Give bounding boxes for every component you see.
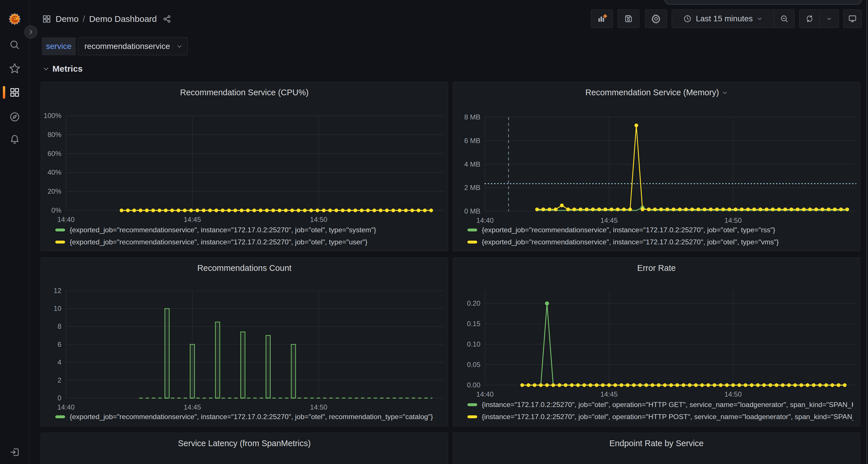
gear-icon bbox=[651, 13, 661, 24]
legend-label: {exported_job="recommendationservice", i… bbox=[70, 226, 376, 234]
svg-text:14:50: 14:50 bbox=[310, 216, 328, 223]
refresh-interval-dropdown[interactable] bbox=[819, 10, 839, 28]
svg-text:14:40: 14:40 bbox=[57, 216, 74, 223]
grafana-dashboard: Demo / Demo Dashboard bbox=[0, 0, 868, 464]
add-panel-button[interactable] bbox=[591, 9, 613, 28]
svg-text:8: 8 bbox=[58, 322, 61, 330]
row-metrics[interactable]: Metrics bbox=[42, 64, 83, 74]
grafana-logo[interactable] bbox=[0, 10, 29, 28]
svg-text:4 MB: 4 MB bbox=[464, 160, 480, 168]
grafana-logo-icon bbox=[8, 12, 21, 26]
svg-text:14:40: 14:40 bbox=[57, 403, 74, 411]
svg-text:80%: 80% bbox=[48, 131, 61, 138]
panel-error-rate: Error Rate 0.000.050.100.150.2014:4014:4… bbox=[453, 257, 860, 427]
dashboard-toolbar: Last 15 minutes bbox=[0, 9, 868, 28]
panel-recommendations-count: Recommendations Count 02468101214:4014:4… bbox=[41, 257, 448, 427]
apps-grid-icon bbox=[9, 87, 21, 98]
active-indicator bbox=[3, 86, 5, 99]
time-range-label: Last 15 minutes bbox=[696, 14, 753, 23]
bell-icon bbox=[9, 134, 21, 145]
panel-title[interactable]: Endpoint Rate by Service bbox=[453, 439, 860, 448]
add-panel-icon bbox=[597, 13, 607, 24]
legend-item[interactable]: {instance="172.17.0.2:25270", job="otel"… bbox=[467, 399, 853, 411]
legend-item[interactable]: {exported_job="recommendationservice", i… bbox=[55, 411, 441, 423]
legend-item[interactable]: {exported_job="recommendationservice", i… bbox=[55, 224, 441, 236]
legend-item[interactable]: {instance="172.17.0.2:25270", job="otel"… bbox=[467, 411, 853, 423]
legend-label: {instance="172.17.0.2:25270", job="otel"… bbox=[482, 413, 853, 421]
legend-swatch bbox=[55, 229, 65, 231]
svg-text:0.05: 0.05 bbox=[467, 361, 480, 368]
legend-label: {exported_job="recommendationservice", i… bbox=[482, 238, 779, 246]
legend-swatch bbox=[55, 416, 65, 418]
sidebar-item-favorites[interactable] bbox=[0, 59, 29, 78]
sidebar-item-sign-in[interactable] bbox=[0, 443, 29, 461]
legend-label: {exported_job="recommendationservice", i… bbox=[70, 238, 368, 246]
compass-icon bbox=[9, 111, 21, 123]
svg-text:0: 0 bbox=[58, 394, 61, 402]
sidebar-item-alerting[interactable] bbox=[0, 130, 29, 148]
sidebar-expand-button[interactable] bbox=[24, 25, 37, 39]
legend-swatch bbox=[467, 416, 477, 418]
svg-text:0.15: 0.15 bbox=[467, 320, 480, 328]
sidebar-item-explore[interactable] bbox=[0, 108, 29, 126]
legend-swatch bbox=[467, 229, 477, 231]
panel-legend: {exported_job="recommendationservice", i… bbox=[55, 224, 441, 248]
kiosk-mode-button[interactable] bbox=[843, 9, 862, 28]
sidebar-item-search[interactable] bbox=[0, 36, 29, 54]
svg-text:10: 10 bbox=[54, 304, 61, 312]
svg-text:0 MB: 0 MB bbox=[464, 207, 480, 215]
zoom-out-button[interactable] bbox=[774, 10, 794, 28]
time-picker-group: Last 15 minutes bbox=[672, 9, 795, 28]
refresh-icon bbox=[805, 14, 814, 23]
legend-item[interactable]: {exported_job="recommendationservice", i… bbox=[55, 236, 441, 248]
variable-label-service[interactable]: service bbox=[42, 37, 76, 55]
svg-text:14:45: 14:45 bbox=[184, 403, 201, 411]
svg-text:6: 6 bbox=[58, 340, 61, 348]
svg-text:14:45: 14:45 bbox=[600, 390, 618, 398]
svg-text:14:40: 14:40 bbox=[476, 390, 494, 398]
panel-endpoint-rate: Endpoint Rate by Service bbox=[453, 433, 860, 464]
svg-text:12: 12 bbox=[54, 287, 61, 294]
svg-text:2 MB: 2 MB bbox=[464, 184, 480, 191]
svg-text:0.10: 0.10 bbox=[467, 340, 480, 348]
legend-swatch bbox=[467, 241, 477, 243]
svg-text:20%: 20% bbox=[48, 187, 61, 195]
time-range-picker[interactable]: Last 15 minutes bbox=[672, 10, 774, 28]
legend-label: {exported_job="recommendationservice", i… bbox=[70, 413, 433, 421]
chevron-right-icon bbox=[28, 29, 34, 35]
legend-item[interactable]: {exported_job="recommendationservice", i… bbox=[467, 224, 853, 236]
sidebar-item-dashboards[interactable] bbox=[0, 83, 29, 102]
save-dashboard-button[interactable] bbox=[617, 9, 639, 28]
svg-text:40%: 40% bbox=[48, 168, 61, 176]
window-edge bbox=[866, 0, 867, 464]
save-icon bbox=[623, 14, 633, 24]
star-icon bbox=[9, 63, 21, 74]
chevron-down-icon bbox=[826, 16, 832, 22]
refresh-button[interactable] bbox=[800, 10, 819, 28]
svg-text:60%: 60% bbox=[48, 150, 61, 158]
row-title: Metrics bbox=[53, 64, 83, 74]
legend-item[interactable]: {exported_job="recommendationservice", i… bbox=[467, 236, 853, 248]
svg-text:14:50: 14:50 bbox=[724, 390, 742, 398]
svg-text:14:45: 14:45 bbox=[184, 216, 201, 223]
dashboard-settings-button[interactable] bbox=[645, 9, 667, 28]
panel-recommendation-memory: Recommendation Service (Memory) 0 MB2 MB… bbox=[453, 82, 860, 251]
legend-label: {exported_job="recommendationservice", i… bbox=[482, 226, 775, 234]
svg-text:2: 2 bbox=[58, 376, 61, 384]
legend-swatch bbox=[467, 403, 477, 406]
svg-text:0.00: 0.00 bbox=[467, 381, 480, 389]
refresh-group bbox=[799, 9, 839, 28]
chevron-down-icon bbox=[42, 65, 50, 72]
panel-legend: {exported_job="recommendationservice", i… bbox=[55, 411, 441, 423]
panel-title[interactable]: Service Latency (from SpanMetrics) bbox=[41, 439, 448, 448]
monitor-icon bbox=[848, 14, 857, 23]
legend-swatch bbox=[55, 241, 65, 243]
sidebar bbox=[0, 0, 30, 464]
svg-text:100%: 100% bbox=[44, 112, 61, 120]
chevron-down-icon bbox=[757, 16, 763, 22]
svg-text:14:45: 14:45 bbox=[600, 217, 618, 224]
variable-value-dropdown[interactable]: recommendationservice bbox=[78, 37, 188, 55]
svg-text:0%: 0% bbox=[51, 206, 61, 214]
sign-in-icon bbox=[9, 446, 21, 458]
recommendations-count-chart[interactable]: 02468101214:4014:4514:50 bbox=[41, 258, 448, 427]
